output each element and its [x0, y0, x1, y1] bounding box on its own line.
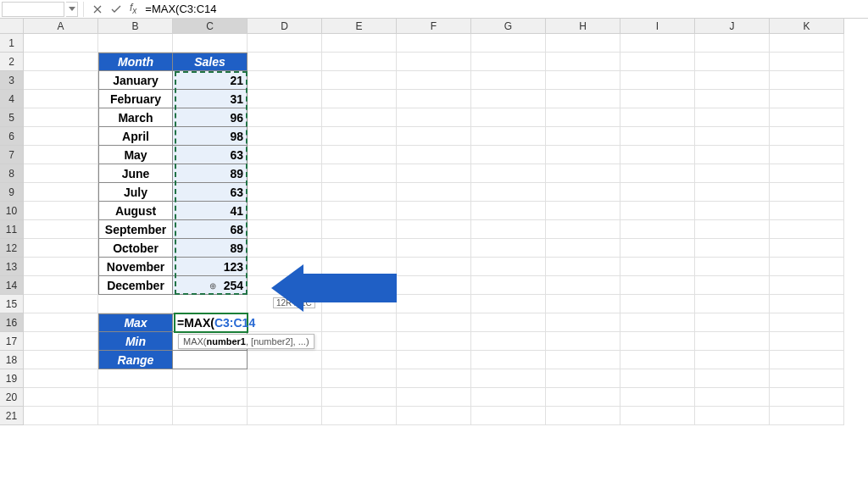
cell[interactable] [695, 202, 770, 220]
cell[interactable] [546, 276, 620, 295]
cell[interactable] [24, 202, 98, 220]
sales-cell[interactable]: 63 [173, 183, 248, 202]
cell[interactable] [620, 369, 695, 388]
cell[interactable] [546, 388, 620, 407]
cell[interactable] [546, 313, 620, 332]
select-all-corner[interactable] [0, 19, 24, 34]
cell[interactable] [24, 90, 98, 108]
cell[interactable] [173, 407, 248, 425]
cell[interactable] [471, 295, 546, 313]
row-header[interactable]: 16 [0, 313, 24, 332]
cell[interactable] [322, 183, 397, 202]
cell[interactable] [248, 239, 322, 258]
cell[interactable] [770, 351, 844, 369]
cell[interactable] [620, 239, 695, 258]
sales-cell[interactable]: 68 [173, 220, 248, 239]
month-cell[interactable]: March [98, 108, 173, 127]
cell[interactable] [695, 108, 770, 127]
cell[interactable] [471, 53, 546, 71]
cell[interactable] [24, 276, 98, 295]
cell[interactable] [546, 239, 620, 258]
name-box-dropdown[interactable] [66, 2, 78, 17]
cell[interactable] [471, 351, 546, 369]
cell[interactable] [770, 127, 844, 146]
cell[interactable] [397, 276, 471, 295]
cell[interactable] [695, 34, 770, 53]
cell[interactable] [471, 202, 546, 220]
cell[interactable] [770, 369, 844, 388]
cell[interactable] [397, 71, 471, 90]
col-header[interactable]: B [98, 19, 173, 34]
cell[interactable] [173, 351, 248, 369]
cell[interactable] [546, 53, 620, 71]
cell[interactable] [24, 53, 98, 71]
row-header[interactable]: 20 [0, 388, 24, 407]
cell[interactable] [620, 332, 695, 351]
cell[interactable] [397, 351, 471, 369]
cell[interactable] [695, 332, 770, 351]
cell[interactable] [24, 239, 98, 258]
month-cell[interactable]: December [98, 276, 173, 295]
cell[interactable] [546, 202, 620, 220]
cell[interactable] [24, 258, 98, 276]
cell[interactable] [620, 183, 695, 202]
cell[interactable] [248, 220, 322, 239]
sales-cell[interactable]: 96 [173, 108, 248, 127]
cell[interactable] [322, 220, 397, 239]
cell[interactable] [695, 276, 770, 295]
cell[interactable] [770, 313, 844, 332]
cell[interactable] [546, 183, 620, 202]
col-header[interactable]: K [770, 19, 844, 34]
cell[interactable] [546, 34, 620, 53]
cell[interactable] [770, 332, 844, 351]
row-header[interactable]: 17 [0, 332, 24, 351]
cell[interactable] [322, 313, 397, 332]
cell[interactable] [24, 127, 98, 146]
cell[interactable] [24, 34, 98, 53]
cell[interactable] [322, 369, 397, 388]
cell[interactable] [24, 313, 98, 332]
row-header[interactable]: 13 [0, 258, 24, 276]
cell[interactable] [546, 258, 620, 276]
row-header[interactable]: 2 [0, 53, 24, 71]
cell[interactable] [397, 295, 471, 313]
range-label[interactable]: Range [98, 351, 173, 369]
cell[interactable] [24, 369, 98, 388]
cell[interactable] [770, 258, 844, 276]
col-header[interactable]: A [24, 19, 98, 34]
cell[interactable] [24, 295, 98, 313]
cell[interactable] [620, 53, 695, 71]
cell[interactable] [695, 351, 770, 369]
cell[interactable] [397, 258, 471, 276]
row-header[interactable]: 3 [0, 71, 24, 90]
cell[interactable] [98, 34, 173, 53]
cell[interactable] [695, 295, 770, 313]
cell[interactable] [98, 295, 173, 313]
cell[interactable] [620, 276, 695, 295]
cell[interactable] [546, 295, 620, 313]
cell[interactable] [695, 183, 770, 202]
cell[interactable] [397, 53, 471, 71]
sales-cell[interactable]: 98 [173, 127, 248, 146]
sales-cell[interactable]: 89 [173, 239, 248, 258]
cell[interactable] [24, 332, 98, 351]
min-label[interactable]: Min [98, 332, 173, 351]
cell[interactable] [471, 183, 546, 202]
cell[interactable] [770, 276, 844, 295]
cell[interactable] [620, 351, 695, 369]
cell[interactable] [173, 369, 248, 388]
month-cell[interactable]: August [98, 202, 173, 220]
cell[interactable] [471, 407, 546, 425]
cell[interactable] [322, 53, 397, 71]
cell[interactable] [24, 220, 98, 239]
cell[interactable] [248, 407, 322, 425]
row-header[interactable]: 12 [0, 239, 24, 258]
cell[interactable] [248, 108, 322, 127]
cell[interactable] [248, 34, 322, 53]
cell[interactable] [248, 127, 322, 146]
cell[interactable] [620, 34, 695, 53]
col-header[interactable]: H [546, 19, 620, 34]
cell[interactable] [620, 71, 695, 90]
cell[interactable] [695, 258, 770, 276]
row-header[interactable]: 8 [0, 164, 24, 183]
